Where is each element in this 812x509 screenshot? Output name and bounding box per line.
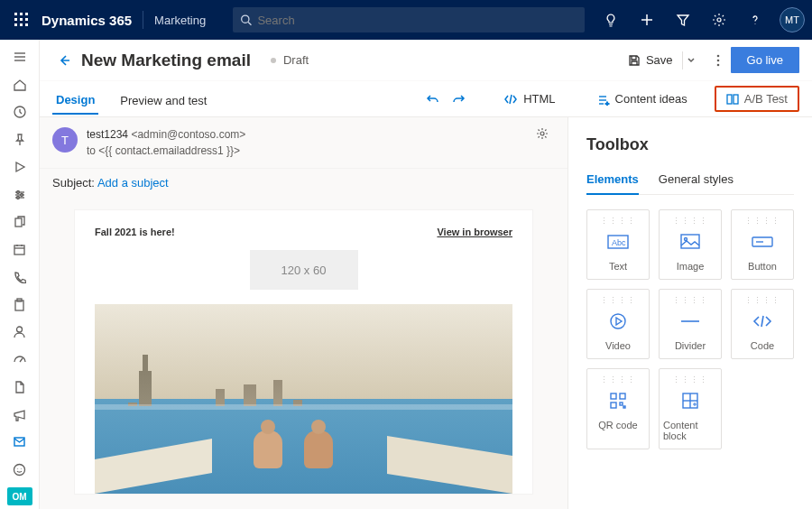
- redo-button[interactable]: [451, 92, 466, 106]
- status-label: Draft: [283, 53, 309, 67]
- svg-rect-7: [20, 23, 23, 26]
- svg-point-39: [716, 59, 719, 61]
- svg-rect-5: [25, 18, 28, 21]
- abtest-icon: [726, 93, 739, 106]
- image-icon: [675, 230, 706, 254]
- global-search[interactable]: [233, 7, 585, 32]
- ab-test-highlight: A/B Test: [715, 86, 799, 112]
- svg-rect-1: [20, 13, 23, 15]
- user-avatar[interactable]: MT: [780, 7, 805, 32]
- grip-icon: ⋮⋮⋮⋮: [744, 299, 780, 302]
- svg-rect-25: [14, 245, 24, 255]
- subject-row: Subject: Add a subject: [40, 169, 567, 199]
- doc-icon[interactable]: [6, 375, 33, 399]
- svg-rect-59: [623, 406, 625, 408]
- video-icon: [603, 310, 633, 333]
- svg-line-32: [20, 358, 23, 362]
- svg-rect-45: [734, 95, 738, 104]
- content-block-icon: [675, 389, 706, 412]
- mail-icon[interactable]: [6, 430, 33, 454]
- help-icon[interactable]: [740, 5, 770, 35]
- page-header: New Marketing email Draft Save Go live: [40, 40, 812, 81]
- app-name-label[interactable]: Marketing: [154, 14, 206, 27]
- overflow-menu[interactable]: [716, 54, 720, 67]
- phone-icon[interactable]: [6, 265, 33, 289]
- settings-icon[interactable]: [704, 5, 734, 35]
- play-icon[interactable]: [6, 155, 33, 179]
- svg-rect-56: [620, 393, 625, 399]
- hamburger-icon[interactable]: [6, 45, 33, 69]
- svg-rect-49: [681, 235, 699, 248]
- to-value: <{{ contact.emailaddress1 }}>: [98, 144, 240, 157]
- save-dropdown[interactable]: [682, 51, 700, 69]
- calendar-icon[interactable]: [6, 237, 33, 261]
- left-rail: OM: [0, 40, 40, 509]
- svg-point-9: [242, 15, 249, 23]
- toolbox-item-contentblock[interactable]: ⋮⋮⋮⋮ Content block: [659, 368, 722, 449]
- filter-icon[interactable]: [668, 5, 698, 35]
- html-button[interactable]: HTML: [496, 88, 562, 109]
- email-canvas: T test1234 <admin@contoso.com> to <{{ co…: [40, 117, 568, 509]
- pin-icon[interactable]: [6, 127, 33, 151]
- view-in-browser-link[interactable]: View in browser: [437, 227, 512, 237]
- page-title: New Marketing email: [81, 51, 251, 70]
- add-subject-link[interactable]: Add a subject: [97, 176, 169, 190]
- svg-rect-57: [611, 403, 616, 408]
- search-input[interactable]: [257, 14, 577, 27]
- sender-avatar: T: [52, 127, 78, 153]
- email-settings-button[interactable]: [535, 126, 549, 141]
- gauge-icon[interactable]: [6, 347, 33, 371]
- save-button[interactable]: Save: [623, 48, 706, 73]
- save-label: Save: [646, 53, 673, 67]
- toolbox-item-text[interactable]: ⋮⋮⋮⋮ Abc Text: [586, 209, 650, 280]
- to-prefix: to: [87, 144, 98, 157]
- toolbox-tab-styles[interactable]: General styles: [659, 167, 734, 194]
- lightbulb-icon[interactable]: [595, 5, 626, 35]
- svg-rect-6: [14, 23, 17, 26]
- top-nav: Dynamics 365 Marketing MT: [0, 0, 812, 40]
- toolbox-item-code[interactable]: ⋮⋮⋮⋮ Code: [731, 289, 794, 359]
- go-live-button[interactable]: Go live: [731, 47, 799, 73]
- toolbox-item-button[interactable]: ⋮⋮⋮⋮ Button: [731, 209, 794, 280]
- toolbox-item-qr[interactable]: ⋮⋮⋮⋮ QR code: [586, 368, 650, 449]
- svg-rect-0: [14, 13, 17, 15]
- svg-rect-44: [727, 95, 732, 104]
- search-icon: [240, 14, 252, 26]
- chevron-down-icon: [687, 56, 696, 65]
- app-launcher-icon[interactable]: [7, 5, 36, 34]
- plus-icon[interactable]: [632, 5, 662, 35]
- svg-text:Abc: Abc: [612, 238, 626, 247]
- svg-line-10: [248, 22, 251, 24]
- back-button[interactable]: [52, 48, 78, 73]
- megaphone-icon[interactable]: [6, 403, 33, 426]
- clock-icon[interactable]: [6, 100, 33, 124]
- settings-rail-icon[interactable]: [6, 182, 33, 206]
- copy-icon[interactable]: [6, 210, 33, 234]
- svg-point-40: [716, 63, 719, 66]
- toolbox-panel: Toolbox Elements General styles ⋮⋮⋮⋮ Abc…: [568, 117, 812, 509]
- om-badge[interactable]: OM: [7, 487, 32, 505]
- hero-image[interactable]: [95, 304, 512, 494]
- tab-design[interactable]: Design: [52, 84, 98, 115]
- html-label: HTML: [523, 92, 555, 106]
- svg-point-53: [611, 314, 625, 329]
- person-icon[interactable]: [6, 320, 33, 344]
- toolbox-item-divider[interactable]: ⋮⋮⋮⋮ Divider: [659, 289, 722, 359]
- logo-placeholder[interactable]: 120 x 60: [250, 250, 358, 290]
- ab-test-button[interactable]: A/B Test: [719, 88, 795, 109]
- svg-point-13: [717, 18, 721, 22]
- email-body-card[interactable]: Fall 2021 is here! View in browser 120 x…: [74, 209, 533, 495]
- smile-icon[interactable]: [6, 458, 33, 481]
- toolbox-tab-elements[interactable]: Elements: [586, 167, 639, 195]
- toolbox-item-image[interactable]: ⋮⋮⋮⋮ Image: [659, 209, 722, 280]
- clipboard-icon[interactable]: [6, 292, 33, 316]
- divider-icon: [675, 310, 706, 333]
- tab-preview[interactable]: Preview and test: [116, 85, 210, 114]
- toolbox-item-video[interactable]: ⋮⋮⋮⋮ Video: [586, 289, 650, 359]
- grip-icon: ⋮⋮⋮⋮: [672, 299, 708, 302]
- undo-button[interactable]: [426, 92, 440, 106]
- home-icon[interactable]: [6, 72, 33, 96]
- svg-rect-3: [14, 18, 17, 21]
- sparkle-icon: [597, 93, 610, 106]
- content-ideas-button[interactable]: Content ideas: [590, 88, 695, 109]
